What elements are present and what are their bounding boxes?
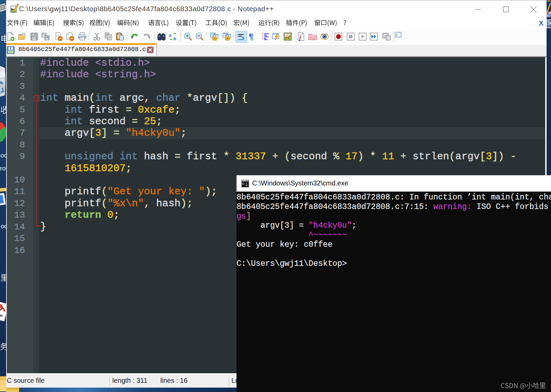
menu-item-window[interactable] [314,19,337,28]
token-w: ISO C++ forbids [472,202,549,211]
code-line: #include <stdio.h> [40,57,522,69]
toolbar-button-cut[interactable] [92,32,102,42]
monitor-icon [0,188,6,215]
desktop-left-strip: oc ro oc PDF [0,0,6,392]
toolbar-button-sync-vertical[interactable] [209,32,219,42]
token-kw: char [150,92,181,104]
tab-active[interactable]: 8b6405c25fe447fa804c6833a0d72808.c [6,43,157,56]
close-all-icon [65,32,75,42]
console-line: argv[3] = ″h4cky0u″; [237,221,551,230]
toolbar-button-save-all[interactable] [41,32,51,42]
folder-as-workspace-icon [308,32,318,42]
toolbar-separator [181,32,181,41]
menu-settings-glyph [176,19,197,28]
zoom-out-icon [195,32,205,42]
menu-item-macro[interactable] [233,19,249,28]
toolbar-button-zoom-in[interactable] [183,32,193,42]
menu-item-search[interactable] [63,19,84,28]
minimize-button[interactable] [474,5,482,13]
desktop-right-strip [547,0,551,175]
toolbar-button-macro-run-multiple[interactable] [369,32,379,42]
toolbar-button-copy[interactable] [103,32,113,42]
toolbar-button-save[interactable] [29,32,39,42]
toolbar-button-sync-horizontal[interactable] [222,32,232,42]
cmd-titlebar[interactable]: C:\ C:\Windows\System32\cmd.exe [237,175,551,192]
token-op: = [113,127,119,139]
menu-item-view[interactable] [89,19,110,28]
desktop-label-fragment-2: ro [0,165,6,172]
token-str: "h4cky0u" [126,127,180,139]
toolbar-button-document-map[interactable] [283,32,293,42]
fold-guide-vertical [36,101,37,226]
token-id [266,151,272,162]
toolbar-button-macro-play[interactable] [358,32,368,42]
token-kw: int [65,116,83,127]
menu-item-settings[interactable] [176,19,197,28]
toolbar-button-word-wrap-active[interactable] [236,31,247,43]
toolbar-button-indent-guide[interactable] [260,32,270,42]
toolbar-button-new-file[interactable] [5,32,15,42]
menu-item-plugins[interactable] [286,19,307,28]
token-num: 0xcafe [138,104,175,116]
toolbar-button-monitoring[interactable] [320,32,329,42]
toolbar-button-macro-save[interactable] [382,32,391,42]
menu-item-language[interactable] [148,19,169,28]
toolbar-button-open[interactable] [18,32,28,42]
copy-icon [103,32,113,42]
token-w: ; [352,221,356,230]
code-line: int second = 25; [40,116,522,127]
console-output[interactable]: 8b6405c25fe447fa804c6833a0d72808.c: In f… [237,193,551,268]
toolbar-separator [127,32,127,41]
toolbar-button-macro-record[interactable] [334,32,343,42]
toolbar-button-macro-stop[interactable] [346,32,356,42]
toolbar-button-close[interactable] [53,32,63,42]
toolbar-button-folder-as-workspace[interactable] [308,32,318,42]
fold-marker-collapse[interactable] [34,95,39,101]
toolbar-button-console-plugin[interactable]: > [395,32,405,42]
watermark-text-glyph [501,382,546,390]
menu-edit-glyph [33,19,54,28]
print-icon [77,32,87,42]
toolbar-button-zoom-out[interactable] [195,32,205,42]
line-number: 5​ [7,104,25,116]
toolbar-button-show-all-characters[interactable]: ¶ [247,32,257,42]
menu-item-help[interactable] [343,19,346,28]
menu-window-glyph [314,19,337,28]
toolbar-button-shortcut-mapper[interactable] [271,32,281,42]
token-id: hash [138,151,175,162]
maximize-button[interactable] [502,5,510,13]
folder-icon-bottom [6,388,22,392]
menu-item-file[interactable] [7,19,28,28]
menu-item-tools[interactable] [205,19,227,28]
menu-item-edit[interactable] [33,19,54,28]
token-id: second [83,116,132,127]
token-id [278,151,285,162]
replace-icon: ab [168,32,178,42]
menubar-close-button[interactable]: X [539,19,544,27]
tab-saved-icon [7,46,15,54]
menu-item-encoding[interactable] [117,19,139,28]
toolbar-button-paste[interactable] [115,32,125,42]
menu-file-glyph [7,19,28,28]
watermark [501,382,546,390]
line-number: 12​ [7,198,25,209]
menu-item-run[interactable] [258,19,280,28]
titlebar[interactable]: C:\Users\gwj11\Desktop\8b6405c25fe447fa8… [6,0,547,17]
toolbar-button-print[interactable] [77,32,87,42]
menu-language-glyph [148,19,169,28]
token-m: gs [237,212,246,221]
token-kw: int [65,104,83,116]
cmd-icon: C:\ [241,180,249,187]
recycle-bin-icon [0,63,6,101]
macro-save-icon [382,32,391,42]
toolbar-button-close-all[interactable] [65,32,75,42]
code-line: unsigned int hash = first * 31337 + (sec… [40,151,522,162]
toolbar-button-find[interactable] [157,32,166,42]
toolbar-button-undo[interactable] [130,32,140,42]
close-button[interactable] [529,5,537,13]
toolbar-button-function-list[interactable]: f [296,32,306,42]
toolbar-button-replace[interactable]: ab [168,32,178,42]
tab-close-button[interactable] [147,47,153,53]
code-line: int first = 0xcafe; [40,104,522,116]
toolbar-button-redo[interactable] [142,32,152,42]
